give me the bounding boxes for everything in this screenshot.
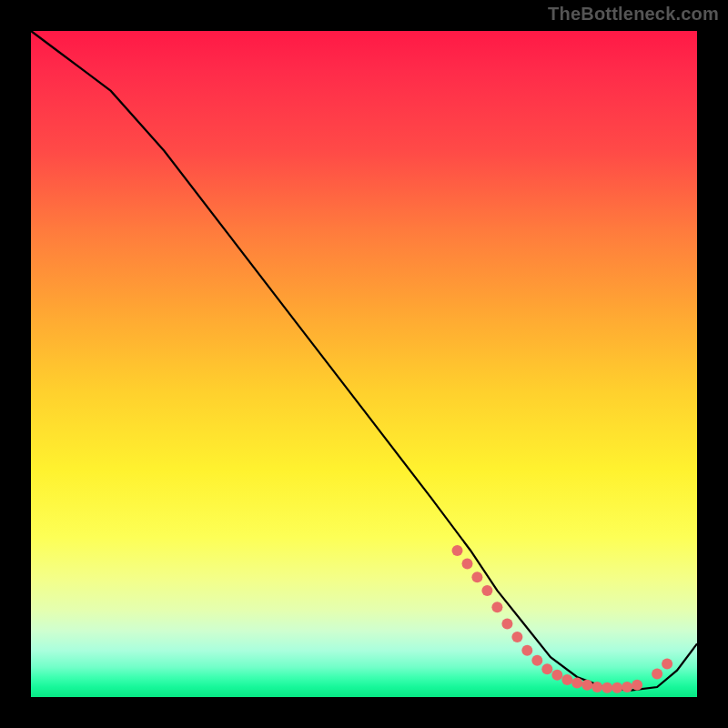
marker-dot <box>581 680 592 691</box>
marker-dot <box>592 682 602 693</box>
marker-dot <box>662 658 672 669</box>
marker-dot <box>602 682 612 693</box>
marker-dot <box>501 619 512 630</box>
marker-dot <box>491 602 502 612</box>
marker-dot <box>521 645 532 656</box>
plot-area <box>31 31 697 697</box>
marker-dot <box>511 632 522 642</box>
marker-dot <box>471 571 482 582</box>
marker-dot <box>561 674 572 685</box>
marker-layer <box>452 545 673 693</box>
marker-dot <box>622 682 632 693</box>
watermark-text: TheBottleneck.com <box>548 4 719 25</box>
marker-dot <box>652 668 662 679</box>
marker-dot <box>612 682 622 693</box>
marker-dot <box>531 655 542 666</box>
marker-dot <box>571 678 582 689</box>
curve-svg <box>31 31 697 697</box>
marker-dot <box>481 585 492 596</box>
chart-frame: TheBottleneck.com <box>0 0 728 728</box>
marker-dot <box>452 545 463 556</box>
marker-dot <box>462 559 473 570</box>
marker-dot <box>551 670 562 681</box>
bottleneck-curve <box>31 31 697 691</box>
marker-dot <box>632 680 642 691</box>
marker-dot <box>541 663 552 674</box>
